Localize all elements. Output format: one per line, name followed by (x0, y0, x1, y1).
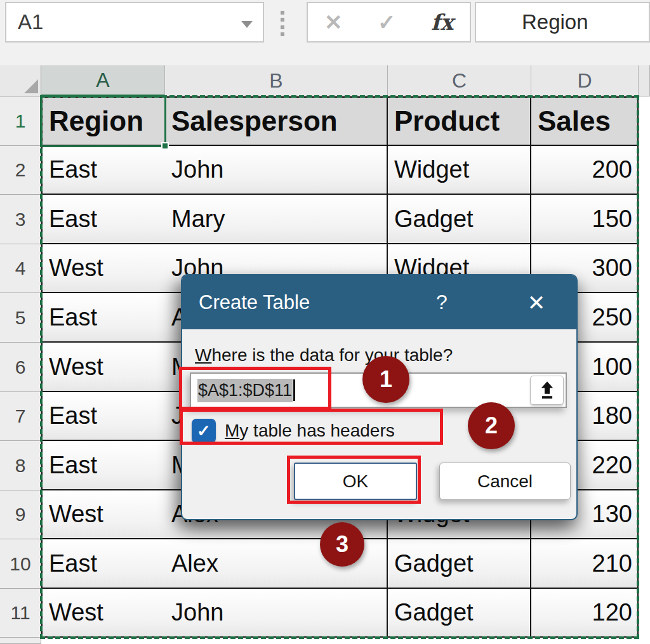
cell-A3[interactable]: East (41, 195, 166, 244)
cell-A4[interactable]: West (41, 244, 166, 293)
checkbox-check-icon: ✓ (197, 421, 211, 441)
cell-A2[interactable]: East (41, 146, 166, 195)
cell-A5[interactable]: East (41, 293, 166, 343)
range-prompt-label: Where is the data for your table? (195, 345, 453, 365)
help-button[interactable]: ? (436, 275, 448, 329)
row-header-3[interactable]: 3 (0, 195, 41, 244)
row-header-9[interactable]: 9 (0, 490, 41, 539)
name-box-value: A1 (18, 10, 43, 34)
select-all-triangle-icon (24, 79, 38, 93)
caret-down-icon[interactable] (241, 21, 253, 28)
row-header-10[interactable]: 10 (0, 539, 41, 589)
cell-A11[interactable]: West (41, 589, 166, 638)
dialog-title: Create Table (199, 291, 310, 314)
cell-B11[interactable]: John (165, 589, 388, 638)
cell-C3[interactable]: Gadget (388, 195, 531, 244)
select-all-button[interactable] (0, 65, 41, 96)
insert-function-icon[interactable]: fx (431, 10, 453, 35)
row-header-6[interactable]: 6 (0, 343, 41, 392)
cell-A10[interactable]: East (41, 539, 166, 589)
cell-C2[interactable]: Widget (388, 146, 531, 195)
headers-checkbox[interactable]: ✓ (192, 419, 216, 443)
collapse-dialog-button[interactable] (530, 376, 564, 405)
column-header-C[interactable]: C (388, 65, 531, 96)
cell-D11[interactable]: 120 (531, 589, 639, 638)
name-box[interactable]: A1 (5, 2, 264, 43)
create-table-dialog: Create Table ? ✕ Where is the data for y… (181, 274, 578, 520)
dialog-titlebar[interactable]: Create Table ? ✕ (182, 275, 576, 329)
cell-B3[interactable]: Mary (165, 195, 388, 244)
row-header-8[interactable]: 8 (0, 441, 41, 490)
row-header-filler (0, 638, 41, 644)
collapse-dialog-up-arrow-icon (538, 381, 556, 400)
cell-D2[interactable]: 200 (531, 146, 639, 195)
cell-A6[interactable]: West (41, 343, 166, 392)
column-header-A[interactable]: A (41, 65, 165, 96)
range-input-value: $A$1:$D$11 (197, 379, 293, 402)
formula-controls: ✕ ✓ fx (307, 2, 471, 43)
row-header-2[interactable]: 2 (0, 146, 41, 195)
row-header-11[interactable]: 11 (0, 589, 41, 638)
formula-bar: A1 ✕ ✓ fx Region (0, 0, 650, 65)
drag-grip-icon (281, 11, 286, 36)
cell-C10[interactable]: Gadget (388, 539, 531, 589)
cell-B2[interactable]: John (165, 146, 388, 195)
row-header-7[interactable]: 7 (0, 392, 41, 441)
close-icon[interactable]: ✕ (522, 275, 550, 329)
cell-D10[interactable]: 210 (531, 539, 639, 589)
headers-checkbox-label[interactable]: My table has headers (225, 419, 395, 443)
formula-input[interactable]: Region (475, 2, 650, 43)
cancel-button[interactable]: Cancel (439, 463, 571, 500)
cell-B10[interactable]: Alex (165, 539, 388, 589)
cell-C1[interactable]: Product (388, 96, 531, 146)
row-header-1[interactable]: 1 (0, 96, 41, 146)
formula-value: Region (522, 10, 588, 34)
cell-D3[interactable]: 150 (531, 195, 639, 244)
row-header-5[interactable]: 5 (0, 293, 41, 343)
cell-D1[interactable]: Sales (531, 96, 639, 146)
cell-C11[interactable]: Gadget (388, 589, 531, 638)
fill-handle[interactable] (161, 142, 169, 150)
ok-button[interactable]: OK (294, 463, 417, 500)
column-header-D[interactable]: D (531, 65, 639, 96)
column-header-B[interactable]: B (165, 65, 388, 96)
text-cursor (293, 379, 295, 401)
cell-B1[interactable]: Salesperson (165, 96, 388, 146)
table-range-input[interactable]: $A$1:$D$11 (190, 372, 567, 408)
row-header-4[interactable]: 4 (0, 244, 41, 293)
cell-A1[interactable]: Region (41, 96, 166, 146)
enter-entry-icon[interactable]: ✓ (378, 10, 396, 35)
cell-A9[interactable]: West (41, 490, 166, 539)
cell-A8[interactable]: East (41, 441, 166, 490)
cell-A7[interactable]: East (41, 392, 166, 441)
cancel-entry-icon[interactable]: ✕ (324, 10, 343, 35)
column-header-filler (639, 65, 650, 96)
